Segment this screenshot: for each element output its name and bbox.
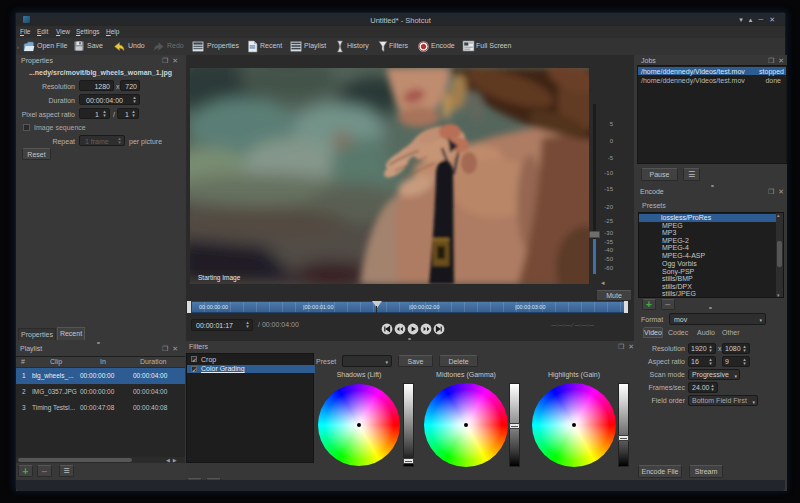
svg-text:Starting Image: Starting Image	[198, 274, 241, 282]
